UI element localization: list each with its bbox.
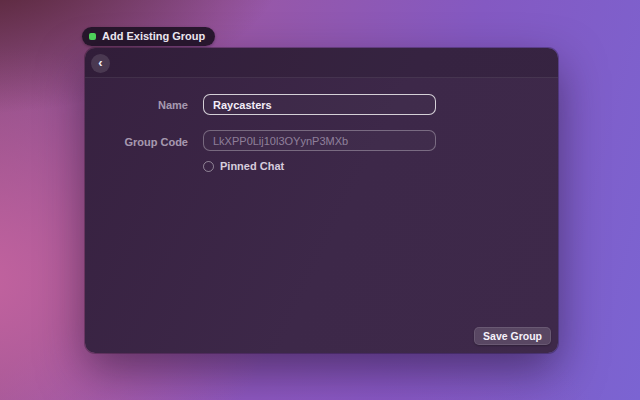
green-status-dot-icon: [89, 33, 96, 40]
app-status-badge[interactable]: Add Existing Group: [82, 27, 215, 46]
badge-label: Add Existing Group: [102, 27, 205, 46]
group-code-input[interactable]: [203, 130, 436, 151]
window-header: ‹: [85, 48, 558, 78]
name-input[interactable]: [203, 94, 436, 115]
group-code-field-label: Group Code: [85, 136, 188, 148]
desktop-background: Add Existing Group ‹ Name Group Code Pin…: [0, 0, 640, 400]
back-button[interactable]: ‹: [91, 54, 110, 73]
pinned-chat-checkbox[interactable]: [203, 161, 214, 172]
add-existing-group-window: ‹ Name Group Code Pinned Chat Save Group: [85, 48, 558, 353]
chevron-left-icon: ‹: [98, 56, 102, 69]
pinned-chat-label: Pinned Chat: [220, 160, 284, 172]
name-field-label: Name: [85, 99, 188, 111]
save-group-button[interactable]: Save Group: [474, 327, 551, 345]
pinned-chat-row[interactable]: Pinned Chat: [203, 160, 284, 172]
